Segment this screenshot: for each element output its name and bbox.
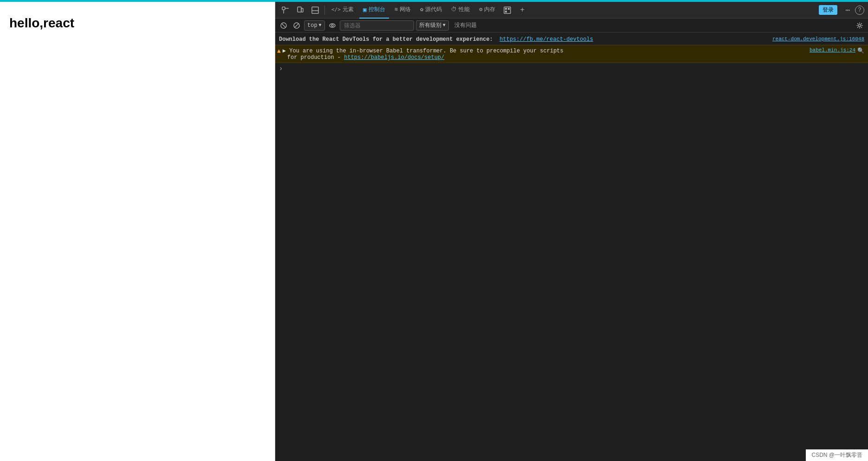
tab-elements-label: 元素 [343, 6, 354, 13]
signin-button[interactable]: 登录 [819, 5, 837, 15]
tab-console-label: 控制台 [369, 6, 385, 13]
svg-rect-10 [505, 11, 507, 13]
sources-icon: ✿ [420, 6, 423, 13]
context-dropdown-arrow: ▼ [319, 23, 322, 28]
svg-rect-8 [505, 8, 507, 10]
svg-rect-3 [298, 7, 301, 12]
babel-docs-link[interactable]: https://babeljs.io/docs/setup/ [344, 54, 444, 61]
context-selector-value: top [307, 22, 317, 29]
memory-icon: ⚙ [479, 6, 482, 13]
application-icon[interactable] [501, 4, 514, 17]
svg-point-15 [330, 24, 335, 27]
svg-rect-4 [301, 8, 303, 12]
warn-text-content: ▶ You are using the in-browser Babel tra… [283, 47, 808, 61]
svg-rect-5 [312, 7, 318, 13]
console-promo-bold: Download the React DevTools for a better… [279, 36, 493, 43]
context-selector[interactable]: top ▼ [304, 20, 325, 31]
tab-sources-label: 源代码 [425, 6, 442, 13]
tab-memory-label: 内存 [484, 6, 495, 13]
warn-source-link[interactable]: babel.min.js:24 [810, 47, 855, 53]
eye-icon[interactable] [327, 20, 338, 31]
network-icon: ≋ [395, 6, 398, 13]
console-promo-text: Download the React DevTools for a better… [279, 36, 593, 43]
level-dropdown-arrow: ▼ [443, 23, 446, 28]
tab-console[interactable]: ▣ 控制台 [359, 2, 389, 19]
devtools-toolbar: top ▼ 所有级别 ▼ 没有问题 [275, 19, 868, 32]
devtools-promo-link[interactable]: https://fb.me/react-devtools [499, 36, 593, 43]
add-panel-icon[interactable]: + [516, 4, 529, 17]
level-selector[interactable]: 所有级别 ▼ [416, 20, 449, 31]
main-area: hello,react </> 元素 ▣ 控制台 [0, 2, 868, 461]
block-icon[interactable] [291, 20, 302, 31]
svg-point-16 [331, 25, 333, 26]
console-tab-icon: ▣ [363, 6, 367, 13]
clear-console-button[interactable] [278, 20, 289, 31]
console-promo-line: Download the React DevTools for a better… [275, 34, 868, 45]
elements-icon: </> [331, 6, 341, 13]
page-area: hello,react [0, 2, 275, 461]
console-content: Download the React DevTools for a better… [275, 32, 868, 461]
inspect-icon[interactable] [279, 4, 292, 17]
performance-icon: ⏱ [451, 6, 457, 13]
footer-text: CSDN @一叶飘零晋 [811, 452, 862, 458]
promo-source-link[interactable]: react-dom.development.js:16048 [772, 36, 864, 42]
devtools-panel: </> 元素 ▣ 控制台 ≋ 网络 ✿ 源代码 ⏱ 性能 ⚙ 内存 [275, 2, 868, 461]
expand-arrow-icon: › [279, 65, 283, 72]
svg-rect-9 [508, 8, 510, 10]
device-toggle-icon[interactable] [294, 4, 307, 17]
svg-point-17 [859, 24, 861, 26]
console-warn-line: ▲ ▶ You are using the in-browser Babel t… [275, 45, 868, 63]
page-footer: CSDN @一叶飘零晋 [806, 449, 868, 461]
console-drawer-icon[interactable] [309, 4, 322, 17]
filter-input[interactable] [340, 20, 414, 31]
warn-expand-arrow[interactable]: ▶ [283, 48, 286, 54]
tab-network[interactable]: ≋ 网络 [391, 2, 415, 19]
more-dots: ⋯ [845, 6, 850, 15]
tab-memory[interactable]: ⚙ 内存 [475, 2, 499, 19]
console-settings-icon[interactable] [854, 20, 865, 31]
warning-triangle-icon: ▲ [277, 48, 281, 55]
tab-network-label: 网络 [400, 6, 411, 13]
devtools-nav: </> 元素 ▣ 控制台 ≋ 网络 ✿ 源代码 ⏱ 性能 ⚙ 内存 [275, 2, 868, 19]
svg-rect-0 [282, 7, 285, 10]
svg-line-12 [282, 24, 285, 27]
nav-separator-1 [324, 6, 325, 15]
tab-performance[interactable]: ⏱ 性能 [447, 2, 473, 19]
tab-performance-label: 性能 [459, 6, 470, 13]
more-options-icon[interactable]: ⋯ [842, 6, 853, 15]
help-icon[interactable]: ? [855, 6, 864, 15]
warn-search-icon[interactable]: 🔍 [857, 47, 864, 54]
page-title: hello,react [9, 16, 266, 31]
tab-sources[interactable]: ✿ 源代码 [416, 2, 446, 19]
svg-line-14 [295, 23, 299, 27]
console-expand-line[interactable]: › [275, 63, 868, 74]
tab-elements[interactable]: </> 元素 [328, 2, 357, 19]
no-issues-label: 没有问题 [451, 21, 480, 29]
level-selector-value: 所有级别 [419, 21, 441, 29]
